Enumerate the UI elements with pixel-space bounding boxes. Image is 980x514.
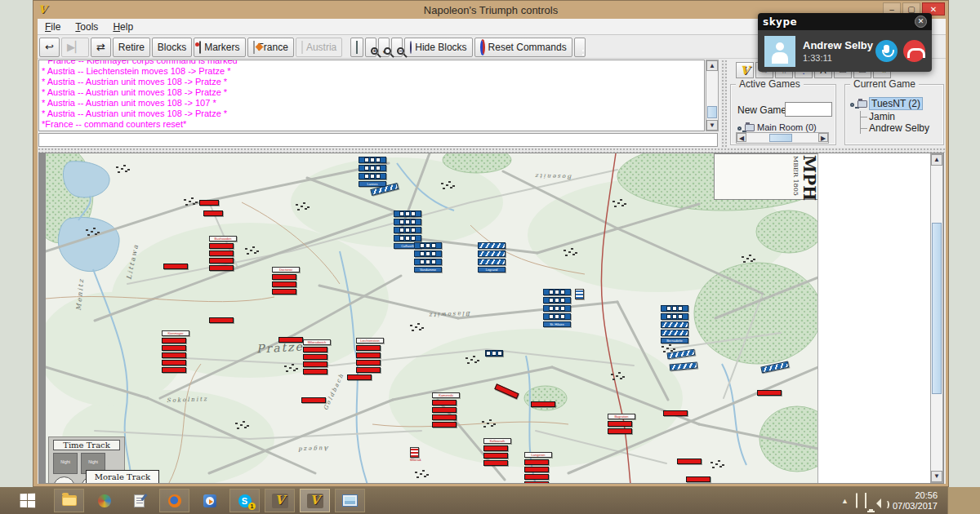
journal-icon — [134, 494, 145, 507]
reset-commands-button[interactable]: Reset Commands — [474, 38, 572, 57]
allied-unit-block[interactable] — [347, 374, 372, 382]
map-scrollbar[interactable]: ▲ ▼ — [930, 153, 943, 483]
player-andrew-selby[interactable]: Andrew Selby — [861, 122, 929, 134]
taskbar-vassal[interactable]: V — [265, 489, 295, 512]
allied-unit-block[interactable] — [163, 264, 188, 271]
allied-unit-block[interactable] — [663, 410, 688, 418]
blocks-button[interactable]: Blocks — [152, 38, 192, 57]
allied-unit-block[interactable] — [278, 337, 303, 344]
hangup-button[interactable] — [903, 40, 925, 62]
log-scrollbar[interactable]: ▲ ▼ — [706, 60, 719, 131]
taskbar-skype[interactable]: S1 — [229, 489, 260, 512]
hscroll-thumb[interactable] — [769, 134, 792, 142]
zoom-in-button[interactable]: + — [365, 38, 376, 57]
log-scroll-thumb[interactable] — [707, 106, 717, 118]
allied-unit-block[interactable] — [203, 210, 223, 218]
undo-button[interactable]: ↩ — [39, 38, 60, 57]
taskbar-vassal-active[interactable]: V — [300, 489, 330, 512]
zoom-out-button[interactable]: − — [391, 38, 403, 57]
french-unit-block[interactable]: Vandamme — [414, 242, 442, 274]
french-unit-block[interactable] — [485, 350, 503, 358]
map-scroll-thumb[interactable] — [932, 223, 942, 394]
microphone-button[interactable] — [875, 40, 898, 62]
austria-button: Austria — [296, 38, 342, 57]
window-content: FileToolsHelp ↩▶▏⇄RetireBlocksMarkersFra… — [38, 19, 946, 484]
morale-track: Morale Track — [86, 470, 159, 484]
device-icon[interactable] — [856, 494, 858, 508]
chat-input[interactable] — [38, 133, 718, 147]
overview-icon — [356, 42, 358, 53]
active-room-row[interactable]: Main Room (0) — [737, 122, 826, 132]
time-marker[interactable]: 7:00AM — [53, 476, 75, 484]
french-unit-block[interactable]: Bernadotte — [661, 305, 688, 345]
menu-tools[interactable]: Tools — [68, 20, 105, 34]
vassal-server-button[interactable]: V — [736, 62, 754, 78]
french-unit-block[interactable]: Legrand — [478, 242, 506, 274]
allied-unit-block[interactable] — [209, 317, 234, 325]
skype-call-overlay: skype ✕ Andrew Selby 1:33:11 — [758, 13, 932, 72]
active-games-hscrollbar[interactable]: ◀ ▶ — [736, 132, 829, 144]
clock[interactable]: 20:56 07/03/2017 — [893, 490, 938, 512]
overview-button[interactable] — [350, 38, 363, 57]
tray-expand-icon[interactable]: ▲ — [841, 497, 849, 505]
allied-unit-block[interactable]: Langeron — [524, 452, 552, 484]
hide-blocks-button[interactable]: Hide Blocks — [404, 38, 472, 57]
vertical-splitter[interactable] — [721, 60, 727, 148]
allied-unit-block[interactable]: Bagration — [608, 414, 635, 436]
taskbar-media[interactable] — [194, 489, 225, 512]
skype-close-icon[interactable]: ✕ — [915, 16, 927, 28]
taskbar-photos[interactable] — [335, 489, 365, 512]
map-title-text: MPH — [801, 155, 817, 201]
taskbar-journal[interactable] — [124, 489, 154, 512]
france-button[interactable]: France — [247, 38, 294, 57]
skype-header[interactable]: skype ✕ — [758, 13, 932, 30]
markers-button[interactable]: Markers — [194, 38, 245, 57]
allied-unit-block[interactable]: Liechtenstein — [356, 338, 384, 374]
player-jamin[interactable]: Jamin — [861, 111, 929, 122]
game-log[interactable]: * France -- Kienmayer corps command is m… — [38, 60, 705, 131]
allied-marker[interactable]: Milorad. — [410, 447, 421, 462]
allied-unit-block[interactable] — [301, 397, 326, 405]
battle-map[interactable]: PratzeLittawaGoldbachBosenitzBlasowitzMe… — [46, 153, 818, 484]
french-unit-block[interactable]: Lannes — [359, 157, 386, 188]
hide-blocks-icon — [410, 42, 412, 53]
menu-file[interactable]: File — [38, 20, 68, 34]
retire-button[interactable]: Retire — [113, 38, 150, 57]
french-unit-block[interactable]: St. Hilaire — [543, 289, 571, 329]
zoom-select-button[interactable]: ▾ — [378, 38, 390, 57]
french-marker[interactable] — [575, 289, 584, 299]
die-roll-button[interactable] — [574, 38, 586, 57]
show-desktop-area[interactable] — [947, 487, 980, 514]
network-icon[interactable] — [865, 494, 866, 508]
scroll-down-icon[interactable]: ▼ — [706, 120, 718, 131]
taskbar-internet[interactable] — [89, 489, 119, 512]
allied-unit-block[interactable] — [757, 390, 782, 397]
scroll-right-icon[interactable]: ▶ — [818, 133, 828, 142]
scroll-down-icon[interactable]: ▼ — [931, 471, 942, 482]
allied-unit-block[interactable] — [677, 459, 702, 466]
allied-unit-block[interactable] — [199, 200, 219, 207]
retreat-swap-button[interactable]: ⇄ — [91, 38, 111, 57]
taskbar-explorer[interactable] — [54, 489, 84, 512]
log-line: * Austria -- Austrian unit moves 108 -> … — [42, 87, 702, 98]
allied-unit-block[interactable]: Kollowrath — [483, 438, 511, 467]
allied-unit-block[interactable]: Kamenski — [432, 392, 460, 429]
scroll-up-icon[interactable]: ▲ — [931, 154, 942, 166]
allied-unit-block[interactable]: Miloradovich — [303, 339, 331, 376]
current-game-panel: Current Game TuesNT (2) JaminAndrew Selb… — [844, 84, 944, 145]
log-line: * France -- Kienmayer corps command is m… — [42, 60, 702, 66]
taskbar-firefox[interactable] — [159, 489, 189, 512]
allied-unit-block[interactable]: Kienmayer — [162, 330, 189, 374]
start-button[interactable] — [20, 494, 35, 508]
allied-unit-block[interactable] — [686, 476, 710, 484]
media-icon — [203, 494, 216, 507]
allied-unit-block[interactable] — [531, 401, 555, 409]
scroll-left-icon[interactable]: ◀ — [737, 133, 746, 142]
scroll-up-icon[interactable]: ▲ — [706, 60, 718, 71]
allied-unit-block[interactable]: Doctorov — [272, 267, 300, 296]
new-game-input[interactable] — [785, 102, 832, 117]
current-room-label[interactable]: TuesNT (2) — [870, 98, 922, 109]
menu-help[interactable]: Help — [105, 20, 140, 34]
current-game-room[interactable]: TuesNT (2) — [850, 98, 922, 109]
allied-unit-block[interactable]: Buxhowden — [209, 236, 237, 273]
